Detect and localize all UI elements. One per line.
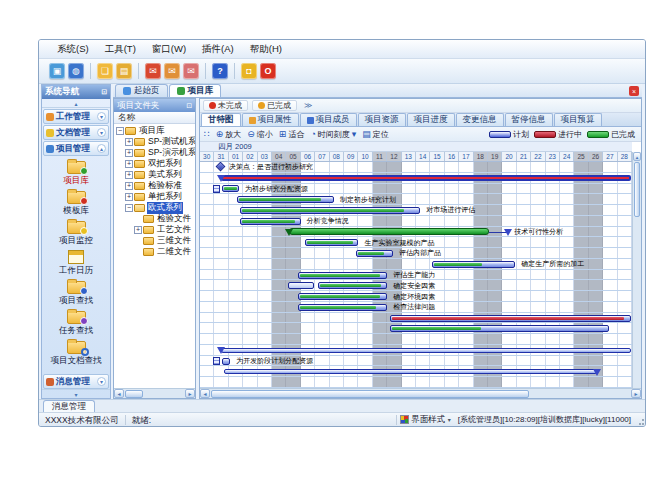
gantt-bar-task[interactable] (298, 272, 387, 279)
help-icon[interactable]: ? (212, 63, 228, 79)
view-tab-5[interactable]: 变更信息 (456, 113, 504, 126)
lock-icon[interactable]: ◘ (241, 63, 257, 79)
expand-icon[interactable]: + (125, 149, 133, 157)
folder-view-icon[interactable]: ▤ (116, 63, 132, 79)
collapse-icon[interactable]: − (125, 204, 133, 212)
globe-icon[interactable]: ◍ (68, 63, 84, 79)
view-tab-0[interactable]: 甘特图 (201, 113, 241, 126)
sidebar-item-project-library[interactable]: 项目库 (42, 158, 110, 188)
view-tab-2[interactable]: 项目成员 (300, 113, 357, 126)
message-red-icon[interactable]: ✉ (145, 63, 161, 79)
zoom-out-button[interactable]: ⊖缩小 (247, 129, 273, 140)
message-orange-icon[interactable]: ✉ (164, 63, 180, 79)
gantt-bar-summary-plan[interactable] (221, 348, 631, 353)
gantt-bar-task[interactable] (240, 207, 420, 214)
tree-node-7[interactable]: −欧式系列 (114, 202, 195, 213)
tree-node-1[interactable]: +SP-测试机系列 (114, 136, 195, 147)
tree-node-5[interactable]: +检验标准 (114, 180, 195, 191)
pin-icon[interactable]: ⊡ (186, 102, 192, 110)
scroll-right-icon[interactable]: ▸ (631, 389, 641, 398)
scroll-up-icon[interactable]: ▴ (633, 152, 641, 161)
menu-item-2[interactable]: 窗口(W) (144, 41, 194, 58)
view-tab-1[interactable]: 项目属性 (242, 113, 299, 126)
filter-button-1[interactable]: 已完成 (252, 100, 297, 111)
scroll-left-icon[interactable]: ◂ (114, 389, 124, 398)
gantt-horizontal-scrollbar[interactable]: ◂ ▸ (200, 388, 641, 398)
time-scale-button[interactable]: ◔时间刻度▾ (310, 129, 356, 140)
scroll-thumb[interactable] (125, 390, 143, 398)
computer-icon[interactable]: ▣ (49, 63, 65, 79)
tree-node-11[interactable]: 二维文件 (114, 246, 195, 257)
expand-icon[interactable]: + (125, 138, 133, 146)
collapse-icon[interactable]: − (116, 127, 124, 135)
menu-item-0[interactable]: 系统(S) (49, 41, 97, 58)
gantt-bar-task[interactable] (356, 250, 393, 257)
more-filters-icon[interactable]: ≫ (304, 101, 312, 110)
expand-icon[interactable]: + (125, 171, 133, 179)
view-tab-3[interactable]: 项目资源 (358, 113, 406, 126)
view-tab-7[interactable]: 项目预算 (554, 113, 602, 126)
ui-style-button[interactable]: 界面样式 ▾ (397, 414, 453, 426)
sidebar-item-template-library[interactable]: 模板库 (42, 188, 110, 218)
gantt-vertical-scrollbar[interactable]: ▴ (632, 152, 641, 388)
sidebar-item-project-doc-search[interactable]: 项目文档查找 (42, 338, 110, 368)
tree-node-3[interactable]: +双把系列 (114, 158, 195, 169)
scroll-thumb[interactable] (634, 162, 640, 217)
scroll-right-icon[interactable]: ▸ (185, 389, 195, 398)
gantt-bar-summary-done[interactable] (289, 228, 489, 235)
tree-node-6[interactable]: +单把系列 (114, 191, 195, 202)
expand-icon[interactable]: + (125, 182, 133, 190)
sidebar-collapse-strip[interactable]: ▴ (42, 99, 110, 108)
gantt-bar-task[interactable] (390, 315, 630, 322)
gantt-bar-task[interactable] (298, 293, 387, 300)
menu-item-3[interactable]: 插件(A) (194, 41, 242, 58)
document-tab-0[interactable]: 起始页 (115, 84, 168, 97)
view-tab-4[interactable]: 项目进度 (407, 113, 455, 126)
tree-node-0[interactable]: −项目库 (114, 125, 195, 136)
fit-button[interactable]: ⊞适合 (279, 129, 305, 140)
gantt-bar-summary-plan[interactable] (224, 369, 597, 374)
tree-node-2[interactable]: +SP-演示机系列 (114, 147, 195, 158)
sidebar-item-project-search[interactable]: 项目查找 (42, 278, 110, 308)
resize-grip[interactable] (635, 414, 645, 426)
locate-button[interactable]: ▤定位 (362, 129, 389, 140)
expand-icon[interactable]: + (134, 226, 142, 234)
menu-item-4[interactable]: 帮助(H) (242, 41, 290, 58)
gantt-bar-task[interactable] (240, 218, 300, 225)
sidebar-group-bottom[interactable]: 消息管理 ▾ (43, 374, 109, 389)
sidebar-group-2[interactable]: 项目管理▴ (43, 141, 109, 156)
tree-horizontal-scrollbar[interactable]: ◂ ▸ (114, 388, 195, 398)
gantt-bar-task[interactable] (390, 325, 609, 332)
expand-icon[interactable]: + (125, 160, 133, 168)
scroll-thumb[interactable] (211, 390, 529, 398)
close-icon[interactable]: × (629, 86, 639, 96)
tree-node-8[interactable]: 检验文件 (114, 213, 195, 224)
scroll-left-icon[interactable]: ◂ (200, 389, 210, 398)
gantt-bar-task[interactable] (237, 196, 333, 203)
gantt-bar-plan[interactable] (288, 282, 314, 289)
sidebar-expand-strip[interactable]: ▾ (42, 389, 110, 398)
gantt-bar-task[interactable] (305, 239, 358, 246)
gantt-bar-task[interactable] (222, 185, 239, 192)
gantt-bar-task[interactable] (222, 358, 230, 365)
message-pink-icon[interactable]: ✉ (183, 63, 199, 79)
sidebar-item-task-search[interactable]: 任务查找 (42, 308, 110, 338)
gantt-grip-icon[interactable]: ∷ (204, 129, 210, 139)
tree-node-10[interactable]: 三维文件 (114, 235, 195, 246)
gantt-bar-task[interactable] (432, 261, 516, 268)
tree-node-4[interactable]: +美式系列 (114, 169, 195, 180)
sidebar-item-project-monitor[interactable]: 项目监控 (42, 218, 110, 248)
sidebar-group-1[interactable]: 文档管理▾ (43, 125, 109, 140)
tree-column-header[interactable]: 名称 (114, 112, 195, 124)
folder-open-icon[interactable]: ❏ (97, 63, 113, 79)
message-management-tab[interactable]: 消息管理 (43, 400, 95, 412)
gantt-bar-task[interactable] (318, 282, 387, 289)
tree-node-9[interactable]: +工艺文件 (114, 224, 195, 235)
sidebar-group-0[interactable]: 工作管理▾ (43, 109, 109, 124)
sidebar-item-work-calendar[interactable]: 工作日历 (42, 248, 110, 278)
view-tab-6[interactable]: 暂停信息 (505, 113, 553, 126)
gantt-bar-summary-active[interactable] (221, 175, 631, 181)
expand-icon[interactable]: + (125, 193, 133, 201)
zoom-in-button[interactable]: ⊕放大 (216, 129, 242, 140)
filter-button-0[interactable]: 未完成 (203, 100, 248, 111)
